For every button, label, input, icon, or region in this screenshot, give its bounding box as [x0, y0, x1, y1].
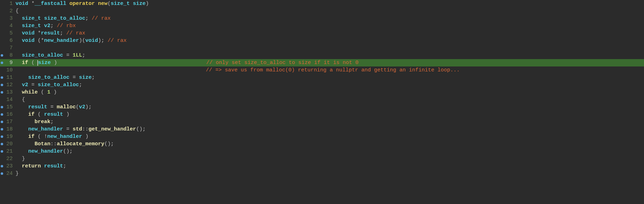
code-line[interactable]: 3 size_t size_to_alloc; // rax: [0, 15, 644, 22]
code-token: new_handler: [44, 38, 79, 44]
code-token: (: [108, 1, 111, 7]
code-line[interactable]: 15 result = malloc(v2);: [0, 103, 644, 111]
breakpoint-gutter[interactable]: [0, 96, 4, 103]
code-line[interactable]: 10 // => save us from malloc(0) returnin…: [0, 66, 644, 74]
code-line[interactable]: 21 new_handler();: [0, 148, 644, 155]
code-content[interactable]: size_t size_to_alloc; // rax: [14, 15, 644, 22]
code-content[interactable]: [14, 44, 644, 52]
line-number: 6: [4, 37, 14, 44]
code-token: }: [16, 171, 19, 177]
code-content[interactable]: // => save us from malloc(0) returning a…: [14, 66, 644, 74]
breakpoint-gutter[interactable]: [0, 118, 4, 126]
code-line[interactable]: 4 size_t v2; // rbx: [0, 22, 644, 30]
code-token: void: [85, 38, 98, 44]
code-content[interactable]: return result;: [14, 162, 644, 170]
code-token: (: [28, 60, 38, 66]
code-line[interactable]: 8 size_to_alloc = 1LL;: [0, 52, 644, 59]
code-line[interactable]: 1void *__fastcall operator new(size_t si…: [0, 0, 644, 7]
code-content[interactable]: }: [14, 170, 644, 177]
breakpoint-gutter[interactable]: [0, 0, 4, 7]
code-line[interactable]: 14 {: [0, 96, 644, 103]
line-number: 13: [4, 89, 14, 96]
code-content[interactable]: if ( size ) // only set size_to_alloc to…: [14, 59, 644, 66]
code-token: __fastcall: [35, 1, 69, 7]
code-token: ;: [60, 30, 66, 36]
line-number: 4: [4, 22, 14, 30]
breakpoint-dot-icon: [1, 106, 3, 108]
code-token: ;: [85, 15, 92, 21]
breakpoint-gutter[interactable]: [0, 170, 4, 177]
breakpoint-gutter[interactable]: [0, 22, 4, 30]
code-line[interactable]: 11 size_to_alloc = size;: [0, 74, 644, 81]
code-token: {: [16, 8, 19, 14]
breakpoint-gutter[interactable]: [0, 52, 4, 59]
code-line[interactable]: 9 if ( size ) // only set size_to_alloc …: [0, 59, 644, 66]
breakpoint-gutter[interactable]: [0, 126, 4, 133]
code-editor[interactable]: 1void *__fastcall operator new(size_t si…: [0, 0, 644, 177]
breakpoint-gutter[interactable]: [0, 44, 4, 52]
code-content[interactable]: {: [14, 96, 644, 103]
breakpoint-gutter[interactable]: [0, 103, 4, 111]
code-token: get_new_handler: [88, 126, 136, 132]
code-content[interactable]: size_t v2; // rbx: [14, 22, 644, 30]
breakpoint-gutter[interactable]: [0, 111, 4, 118]
breakpoint-gutter[interactable]: [0, 15, 4, 22]
breakpoint-gutter[interactable]: [0, 162, 4, 170]
code-content[interactable]: break;: [14, 118, 644, 126]
inline-comment: // => save us from malloc(0) returning a…: [206, 67, 460, 73]
code-content[interactable]: size_to_alloc = 1LL;: [14, 52, 644, 59]
code-content[interactable]: {: [14, 7, 644, 15]
breakpoint-gutter[interactable]: [0, 37, 4, 44]
code-content[interactable]: new_handler = std::get_new_handler();: [14, 126, 644, 133]
breakpoint-gutter[interactable]: [0, 59, 4, 66]
code-line[interactable]: 22 }: [0, 155, 644, 162]
code-content[interactable]: void (*new_handler)(void); // rax: [14, 37, 644, 44]
code-line[interactable]: 17 break;: [0, 118, 644, 126]
code-content[interactable]: v2 = size_to_alloc;: [14, 81, 644, 89]
breakpoint-gutter[interactable]: [0, 155, 4, 162]
code-line[interactable]: 12 v2 = size_to_alloc;: [0, 81, 644, 89]
code-content[interactable]: if ( result ): [14, 111, 644, 118]
code-content[interactable]: while ( 1 ): [14, 89, 644, 96]
code-token: [16, 89, 22, 95]
code-token: size_to_alloc: [22, 52, 63, 58]
code-line[interactable]: 20 Botan::allocate_memory();: [0, 140, 644, 148]
code-line[interactable]: 23 return result;: [0, 162, 644, 170]
code-content[interactable]: result = malloc(v2);: [14, 103, 644, 111]
code-line[interactable]: 18 new_handler = std::get_new_handler();: [0, 126, 644, 133]
breakpoint-gutter[interactable]: [0, 7, 4, 15]
code-token: // rbx: [57, 23, 76, 29]
code-line[interactable]: 5 void *result; // rax: [0, 30, 644, 37]
breakpoint-gutter[interactable]: [0, 89, 4, 96]
code-token: ::: [82, 126, 88, 132]
code-token: ;: [92, 75, 95, 81]
code-token: [16, 104, 28, 110]
code-token: new_handler: [28, 148, 63, 154]
breakpoint-gutter[interactable]: [0, 148, 4, 155]
code-content[interactable]: new_handler();: [14, 148, 644, 155]
breakpoint-gutter[interactable]: [0, 66, 4, 74]
code-token: 1LL: [73, 52, 82, 58]
code-content[interactable]: if ( !new_handler ): [14, 133, 644, 140]
breakpoint-gutter[interactable]: [0, 81, 4, 89]
code-content[interactable]: }: [14, 155, 644, 162]
line-number: 11: [4, 74, 14, 81]
code-content[interactable]: size_to_alloc = size;: [14, 74, 644, 81]
code-content[interactable]: void *__fastcall operator new(size_t siz…: [14, 0, 644, 7]
code-line[interactable]: 16 if ( result ): [0, 111, 644, 118]
code-line[interactable]: 7: [0, 44, 644, 52]
code-line[interactable]: 19 if ( !new_handler ): [0, 133, 644, 140]
code-line[interactable]: 6 void (*new_handler)(void); // rax: [0, 37, 644, 44]
breakpoint-gutter[interactable]: [0, 74, 4, 81]
code-line[interactable]: 2{: [0, 7, 644, 15]
code-token: void: [22, 38, 35, 44]
code-content[interactable]: void *result; // rax: [14, 30, 644, 37]
breakpoint-gutter[interactable]: [0, 30, 4, 37]
code-line[interactable]: 24}: [0, 170, 644, 177]
code-content[interactable]: Botan::allocate_memory();: [14, 140, 644, 148]
breakpoint-gutter[interactable]: [0, 133, 4, 140]
code-line[interactable]: 13 while ( 1 ): [0, 89, 644, 96]
breakpoint-gutter[interactable]: [0, 140, 4, 148]
line-number: 19: [4, 133, 14, 140]
code-token: size_to_alloc: [38, 82, 79, 88]
